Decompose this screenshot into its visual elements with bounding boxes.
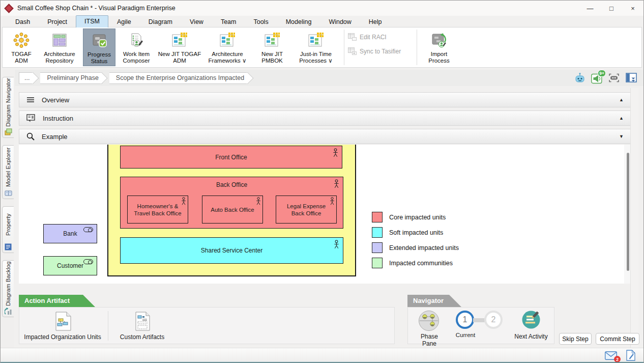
togaf-adm-button[interactable]: TOGAF ADM bbox=[7, 29, 36, 66]
architecture-repository-icon bbox=[51, 31, 68, 49]
bank-unit[interactable]: Bank bbox=[43, 224, 97, 243]
menu-item-help[interactable]: Help bbox=[360, 16, 391, 27]
breadcrumb-preliminary-phase[interactable]: Preliminary Phase bbox=[40, 72, 102, 84]
property-label: Property bbox=[3, 208, 14, 241]
diagram-backlog-label: Diagram Backlog bbox=[3, 262, 14, 305]
phase-pane-icon[interactable] bbox=[418, 310, 440, 331]
shared-service-center-label: Shared Service Center bbox=[201, 247, 262, 254]
new-jit-pmbok-button[interactable]: New JIT PMBOK bbox=[253, 29, 291, 66]
title-bar: Small Coffee Shop Chain * - Visual Parad… bbox=[1, 1, 643, 16]
legal-expense-back-office-unit[interactable]: Legal Expense Back Office bbox=[276, 196, 337, 224]
content-scrollbar-gutter[interactable] bbox=[630, 88, 638, 348]
fit-diagram-bounds-icon[interactable] bbox=[607, 73, 621, 83]
instruction-icon bbox=[26, 114, 36, 122]
close-button[interactable]: × bbox=[622, 1, 643, 16]
skip-step-button[interactable]: Skip Step bbox=[559, 333, 592, 345]
homeowners-travel-back-office-unit[interactable]: Homeowner's & Travel Back Office bbox=[127, 196, 188, 224]
menu-item-project[interactable]: Project bbox=[39, 16, 76, 27]
canvas-scrollbar-thumb[interactable] bbox=[627, 153, 629, 271]
bank-label: Bank bbox=[63, 230, 77, 237]
legend-item-soft: Soft impacted units bbox=[372, 227, 459, 238]
expand-arrow-icon[interactable]: ▼ bbox=[619, 134, 624, 139]
architecture-frameworks-icon bbox=[219, 31, 236, 49]
work-item-composer-label: Work Item Composer bbox=[115, 51, 157, 64]
current-step-label: Current bbox=[455, 332, 476, 338]
new-jit-togaf-adm-label: New JIT TOGAF ADM bbox=[157, 51, 202, 64]
impacted-organization-units-item[interactable]: Impacted Organization Units bbox=[19, 311, 106, 341]
instruction-section-header[interactable]: Instruction ▲ bbox=[19, 110, 631, 126]
soft-color-swatch bbox=[372, 227, 383, 238]
itsm-ribbon-toolbar: TOGAF ADM Architecture Repository bbox=[2, 27, 642, 68]
customer-unit[interactable]: Customer bbox=[43, 256, 97, 275]
collapse-arrow-icon[interactable]: ▲ bbox=[619, 97, 624, 102]
announcements-icon[interactable]: 9+ bbox=[591, 72, 602, 84]
work-item-composer-button[interactable]: Work Item Composer bbox=[115, 29, 157, 66]
sidebar-tab-diagram-navigator[interactable]: Diagram Navigator bbox=[2, 77, 14, 138]
next-activity-icon[interactable] bbox=[521, 310, 541, 330]
notification-count-badge: 9+ bbox=[598, 70, 606, 77]
just-in-time-processes-button[interactable]: Just-in Time Processes ∨ bbox=[291, 29, 340, 66]
left-tab-strip: Diagram Navigator Model Explorer Propert… bbox=[1, 70, 14, 348]
diagram-canvas[interactable]: Front Office Back Office Homeowner's & T… bbox=[19, 145, 631, 284]
diagram-backlog-icon bbox=[5, 308, 12, 315]
maximize-button[interactable]: □ bbox=[601, 1, 622, 16]
sidebar-tab-model-explorer[interactable]: Model Explorer bbox=[2, 145, 14, 199]
menu-item-window[interactable]: Window bbox=[320, 16, 360, 27]
progress-status-button[interactable]: Progress Status bbox=[83, 29, 115, 66]
breadcrumb-scope-enterprise-organizations[interactable]: Scope the Enterprise Organizations Impac… bbox=[109, 72, 248, 84]
edit-document-icon[interactable] bbox=[626, 350, 635, 361]
architecture-frameworks-button[interactable]: Architecture Frameworks ∨ bbox=[202, 29, 253, 66]
back-office-label: Back Office bbox=[216, 181, 247, 188]
legal-expense-label: Legal Expense Back Office bbox=[280, 203, 332, 217]
legend-item-extended: Extended impacted units bbox=[372, 242, 459, 253]
actor-icon bbox=[333, 148, 338, 158]
actor-icon bbox=[334, 179, 339, 189]
menu-item-diagram[interactable]: Diagram bbox=[140, 16, 181, 27]
collapse-arrow-icon[interactable]: ▲ bbox=[619, 116, 624, 121]
actor-icon bbox=[334, 240, 339, 249]
custom-artifacts-item[interactable]: Custom Artifacts bbox=[110, 311, 174, 341]
menu-item-view[interactable]: View bbox=[181, 16, 212, 27]
menu-item-modeling[interactable]: Modeling bbox=[277, 16, 320, 27]
action-artifact-tab: Action Artifact bbox=[19, 295, 95, 307]
navigator-panel: Phase Pane 1 2 Current Next Activity bbox=[407, 307, 554, 344]
step-2[interactable]: 2 bbox=[484, 311, 503, 329]
next-activity-label: Next Activity bbox=[510, 333, 552, 340]
core-color-swatch bbox=[372, 212, 383, 222]
commit-step-button[interactable]: Commit Step bbox=[596, 333, 639, 345]
status-bar: 2 bbox=[1, 348, 643, 362]
impacted-organization-units-icon bbox=[54, 312, 71, 331]
shared-service-center-unit[interactable]: Shared Service Center bbox=[120, 237, 343, 264]
menu-item-itsm[interactable]: ITSM bbox=[76, 15, 108, 27]
just-in-time-processes-label: Just-in Time Processes ∨ bbox=[291, 51, 340, 64]
visual-paradigm-logo-icon bbox=[4, 4, 13, 13]
diagram-navigator-icon bbox=[5, 128, 12, 135]
menu-item-tools[interactable]: Tools bbox=[245, 16, 277, 27]
auto-back-office-label: Auto Back Office bbox=[211, 206, 254, 213]
menu-item-agile[interactable]: Agile bbox=[108, 16, 140, 27]
minimize-button[interactable]: — bbox=[579, 1, 601, 16]
phase-pane-label: Phase Pane bbox=[414, 333, 445, 347]
sidebar-tab-property[interactable]: Property bbox=[2, 206, 14, 253]
sidebar-tab-diagram-backlog[interactable]: Diagram Backlog bbox=[2, 260, 14, 317]
new-jit-togaf-adm-button[interactable]: New JIT TOGAF ADM bbox=[157, 29, 202, 66]
menu-item-team[interactable]: Team bbox=[212, 16, 245, 27]
auto-back-office-unit[interactable]: Auto Back Office bbox=[202, 196, 263, 224]
menu-item-dash[interactable]: Dash bbox=[7, 16, 39, 27]
assistant-robot-icon[interactable] bbox=[574, 72, 586, 84]
front-office-unit[interactable]: Front Office bbox=[120, 146, 342, 169]
step-1-current[interactable]: 1 bbox=[456, 311, 474, 329]
import-process-label: Import Process bbox=[421, 51, 457, 64]
architecture-repository-button[interactable]: Architecture Repository bbox=[36, 29, 83, 66]
breadcrumb-overflow[interactable]: ... bbox=[19, 72, 33, 84]
homeowners-travel-label: Homeowner's & Travel Back Office bbox=[132, 203, 184, 217]
example-section-header[interactable]: Example ▼ bbox=[19, 129, 631, 144]
toolbar-separator bbox=[344, 30, 344, 65]
overview-section-header[interactable]: Overview ▲ bbox=[19, 92, 631, 107]
legend-item-communities: Impacted communities bbox=[372, 258, 459, 268]
panel-layout-icon[interactable] bbox=[626, 73, 637, 83]
messages-mail-icon[interactable]: 2 bbox=[605, 351, 617, 360]
import-process-button[interactable]: Import Process bbox=[421, 29, 457, 66]
model-explorer-icon bbox=[5, 190, 12, 197]
visual-paradigm-window: { "window": { "title": "Small Coffee Sho… bbox=[0, 0, 644, 363]
